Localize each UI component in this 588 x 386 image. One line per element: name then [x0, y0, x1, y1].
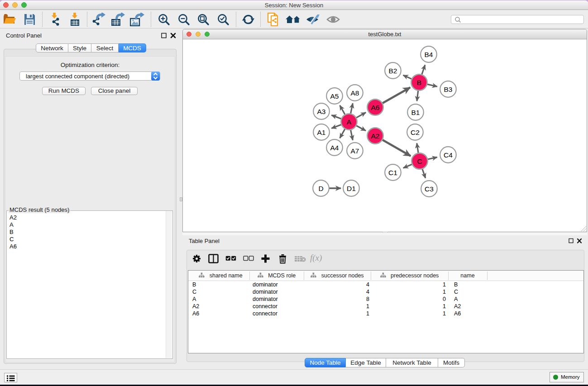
svg-text:C2: C2 [411, 129, 420, 136]
svg-text:C3: C3 [425, 185, 434, 193]
svg-text:B2: B2 [389, 67, 397, 75]
svg-text:A1: A1 [317, 129, 326, 136]
svg-text:A2: A2 [371, 132, 380, 140]
svg-text:C4: C4 [444, 151, 453, 159]
svg-text:B1: B1 [411, 109, 420, 116]
svg-text:A8: A8 [351, 89, 359, 97]
svg-text:C1: C1 [388, 169, 397, 176]
svg-text:B: B [417, 79, 421, 86]
svg-text:A3: A3 [317, 108, 326, 115]
svg-text:D: D [318, 185, 323, 192]
svg-text:C: C [417, 157, 422, 165]
svg-text:A5: A5 [330, 92, 339, 100]
svg-text:A4: A4 [330, 144, 339, 152]
svg-text:A6: A6 [371, 104, 380, 111]
svg-text:D1: D1 [347, 185, 356, 192]
svg-text:A7: A7 [351, 147, 359, 155]
svg-text:B4: B4 [425, 51, 433, 58]
svg-text:B3: B3 [444, 86, 453, 93]
svg-text:A: A [347, 118, 352, 126]
